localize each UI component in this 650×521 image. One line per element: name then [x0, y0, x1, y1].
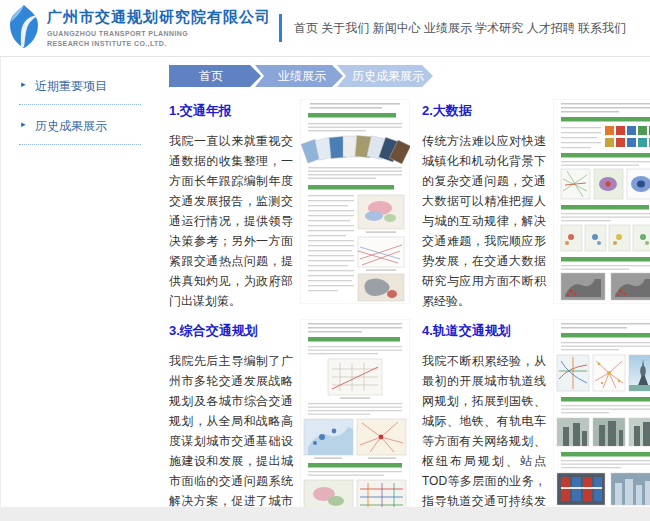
- section-body: 我院先后主导编制了广州市多轮交通发展战略规划及各城市综合交通规划，从全局和战略高…: [169, 351, 293, 521]
- figure-big-data-thumbnail[interactable]: [553, 99, 650, 311]
- sidebar-item-history-achievements[interactable]: ▸ 历史成果展示: [19, 111, 141, 145]
- section-title: 1.交通年报: [169, 102, 293, 120]
- triangle-bullet-icon: ▸: [21, 119, 26, 129]
- nav-item-about[interactable]: 关于我们: [321, 20, 369, 37]
- main-nav: 首页 关于我们 新闻中心 业绩展示 学术研究 人才招聘 联系我们: [294, 20, 640, 37]
- figure-annual-report-thumbnail[interactable]: [300, 99, 410, 311]
- nav-item-research[interactable]: 学术研究: [475, 20, 523, 37]
- triangle-bullet-icon: ▸: [21, 79, 26, 89]
- header-divider-tick: [279, 14, 282, 42]
- breadcrumb-achievements[interactable]: 业绩展示: [255, 65, 343, 87]
- company-name-block: 广州市交通规划研究院有限公司 GUANGZHOU TRANSPORT PLANN…: [47, 8, 271, 47]
- nav-item-achievements[interactable]: 业绩展示: [424, 20, 472, 37]
- section-text: 4.轨道交通规划 我院不断积累经验，从最初的开展城市轨道线网规划，拓展到国铁、城…: [422, 319, 546, 521]
- nav-item-careers[interactable]: 人才招聘: [527, 20, 575, 37]
- section-text: 1.交通年报 我院一直以来就重视交通数据的收集整理，一方面长年跟踪编制年度交通发…: [169, 99, 293, 311]
- section-big-data: 2.大数据 传统方法难以应对快速城镇化和机动化背景下的复杂交通问题，交通大数据可…: [422, 99, 650, 311]
- nav-item-news[interactable]: 新闻中心: [373, 20, 421, 37]
- breadcrumb-home[interactable]: 首页: [169, 65, 261, 87]
- section-body: 我院不断积累经验，从最初的开展城市轨道线网规划，拓展到国铁、城际、地铁、有轨电车…: [422, 351, 546, 521]
- section-text: 3.综合交通规划 我院先后主导编制了广州市多轮交通发展战略规划及各城市综合交通规…: [169, 319, 293, 521]
- section-text: 2.大数据 传统方法难以应对快速城镇化和机动化背景下的复杂交通问题，交通大数据可…: [422, 99, 546, 311]
- main-panel: 首页 业绩展示 历史成果展示 1.交通年报 我院一直以来就重视交通数据的收集整理…: [157, 57, 650, 507]
- nav-item-contact[interactable]: 联系我们: [578, 20, 626, 37]
- sidebar-item-recent-projects[interactable]: ▸ 近期重要项目: [19, 71, 141, 105]
- nav-item-home[interactable]: 首页: [294, 20, 318, 37]
- section-comprehensive-transport-planning: 3.综合交通规划 我院先后主导编制了广州市多轮交通发展战略规划及各城市综合交通规…: [169, 319, 410, 521]
- site-header: 广州市交通规划研究院有限公司 GUANGZHOU TRANSPORT PLANN…: [0, 0, 650, 56]
- content-area: ▸ 近期重要项目 ▸ 历史成果展示 首页 业绩展示 历史成果展示 1.交通年报: [0, 56, 650, 507]
- section-title: 2.大数据: [422, 102, 546, 120]
- section-body: 我院一直以来就重视交通数据的收集整理，一方面长年跟踪编制年度交通发展报告，监测交…: [169, 131, 293, 311]
- section-traffic-annual-report: 1.交通年报 我院一直以来就重视交通数据的收集整理，一方面长年跟踪编制年度交通发…: [169, 99, 410, 311]
- sidebar: ▸ 近期重要项目 ▸ 历史成果展示: [1, 57, 157, 507]
- section-title: 4.轨道交通规划: [422, 322, 546, 340]
- sections-grid: 1.交通年报 我院一直以来就重视交通数据的收集整理，一方面长年跟踪编制年度交通发…: [169, 99, 650, 521]
- page: 广州市交通规划研究院有限公司 GUANGZHOU TRANSPORT PLANN…: [0, 0, 650, 521]
- section-body: 传统方法难以应对快速城镇化和机动化背景下的复杂交通问题，交通大数据可以精准把握人…: [422, 131, 546, 311]
- section-title: 3.综合交通规划: [169, 322, 293, 340]
- section-rail-transit-planning: 4.轨道交通规划 我院不断积累经验，从最初的开展城市轨道线网规划，拓展到国铁、城…: [422, 319, 650, 521]
- figure-rail-transit-thumbnail[interactable]: [553, 319, 650, 521]
- breadcrumb-history-achievements[interactable]: 历史成果展示: [337, 65, 433, 87]
- company-name-zh: 广州市交通规划研究院有限公司: [47, 8, 271, 27]
- figure-comprehensive-plan-thumbnail[interactable]: [300, 319, 410, 521]
- footer-strip: [0, 507, 650, 521]
- company-logo-icon[interactable]: [8, 3, 40, 53]
- breadcrumb: 首页 业绩展示 历史成果展示: [169, 65, 650, 87]
- company-name-en: GUANGZHOU TRANSPORT PLANNING RESEARCH IN…: [47, 29, 271, 47]
